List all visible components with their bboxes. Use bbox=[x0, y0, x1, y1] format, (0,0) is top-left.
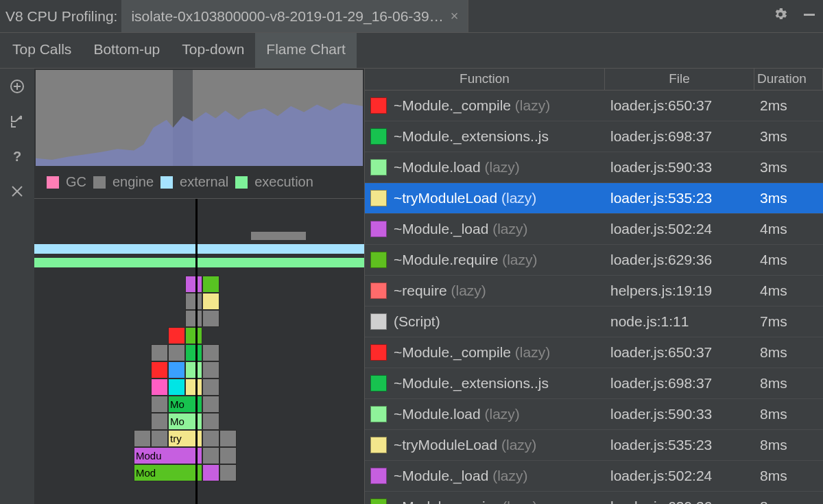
expand-tree-icon[interactable] bbox=[9, 113, 25, 133]
flame-cell[interactable] bbox=[202, 379, 219, 396]
flame-cell[interactable] bbox=[151, 430, 168, 447]
add-icon[interactable] bbox=[9, 78, 25, 98]
row-duration: 2ms bbox=[754, 97, 823, 114]
flame-strip[interactable] bbox=[34, 258, 364, 267]
flame-cell[interactable] bbox=[202, 430, 219, 447]
table-body: ~Module._compile (lazy)loader.js:650:372… bbox=[365, 91, 823, 504]
table-row[interactable]: ~Module.load (lazy)loader.js:590:333ms bbox=[365, 152, 823, 183]
row-function: ~require (lazy) bbox=[394, 283, 605, 299]
table-row[interactable]: ~Module._extensions..js loader.js:698:37… bbox=[365, 368, 823, 399]
flame-cell[interactable] bbox=[202, 396, 219, 413]
overview-legend: GCengineexternalexecution bbox=[34, 166, 364, 199]
flame-cell[interactable] bbox=[219, 447, 237, 464]
flame-playhead[interactable] bbox=[195, 199, 198, 504]
cpu-overview-chart[interactable] bbox=[36, 70, 363, 166]
call-table-pane: Function File Duration ~Module._compile … bbox=[365, 69, 823, 504]
row-swatch bbox=[370, 190, 387, 206]
flame-chart-pane: GCengineexternalexecution MoMotryModuMod bbox=[34, 69, 365, 504]
flame-cell[interactable] bbox=[185, 310, 202, 327]
table-row[interactable]: ~Module.require (lazy)loader.js:629:364m… bbox=[365, 245, 823, 276]
table-row[interactable]: ~require (lazy)helpers.js:19:194ms bbox=[365, 276, 823, 307]
flame-cell[interactable] bbox=[151, 344, 168, 361]
flame-cell[interactable] bbox=[151, 361, 168, 379]
flame-cell[interactable] bbox=[168, 327, 185, 344]
flame-cell[interactable] bbox=[185, 276, 202, 293]
flame-cell[interactable] bbox=[185, 344, 202, 361]
help-icon[interactable]: ? bbox=[9, 148, 25, 168]
flame-cell[interactable] bbox=[151, 379, 168, 396]
flame-cell[interactable] bbox=[168, 344, 185, 361]
legend-swatch-GC bbox=[47, 176, 59, 189]
table-row[interactable]: ~Module._extensions..js loader.js:698:37… bbox=[365, 121, 823, 152]
flame-cell[interactable] bbox=[202, 413, 219, 430]
close-tool-icon[interactable] bbox=[9, 183, 25, 203]
th-duration[interactable]: Duration bbox=[754, 69, 823, 90]
row-file: loader.js:502:24 bbox=[605, 468, 754, 484]
flame-cell[interactable] bbox=[151, 413, 168, 430]
legend-label-execution: execution bbox=[254, 174, 313, 190]
flame-strip[interactable] bbox=[34, 244, 364, 254]
row-duration: 4ms bbox=[754, 221, 823, 237]
row-swatch bbox=[370, 499, 387, 504]
flame-cell[interactable] bbox=[168, 361, 185, 379]
flame-cell[interactable] bbox=[219, 464, 237, 481]
close-icon[interactable]: × bbox=[451, 8, 459, 24]
table-header: Function File Duration bbox=[365, 69, 823, 91]
flame-cell[interactable] bbox=[219, 430, 237, 447]
flame-cell[interactable] bbox=[202, 361, 219, 379]
row-function: ~Module._extensions..js bbox=[394, 375, 605, 392]
flame-cell[interactable] bbox=[168, 379, 185, 396]
row-duration: 8ms bbox=[754, 499, 823, 504]
row-swatch bbox=[370, 128, 387, 145]
table-row[interactable]: ~tryModuleLoad (lazy)loader.js:535:233ms bbox=[365, 183, 823, 214]
table-row[interactable]: ~Module.require (lazy)loader.js:629:368m… bbox=[365, 492, 823, 504]
tab-flame-chart[interactable]: Flame Chart bbox=[255, 33, 357, 68]
flame-cell[interactable] bbox=[185, 361, 202, 379]
row-file: loader.js:698:37 bbox=[605, 128, 754, 145]
row-file: loader.js:590:33 bbox=[605, 159, 754, 176]
table-row[interactable]: ~Module._compile (lazy)loader.js:650:372… bbox=[365, 91, 823, 121]
table-row[interactable]: ~Module.load (lazy)loader.js:590:338ms bbox=[365, 399, 823, 430]
table-row[interactable]: ~Module._load (lazy)loader.js:502:248ms bbox=[365, 461, 823, 492]
table-row[interactable]: ~Module._load (lazy)loader.js:502:244ms bbox=[365, 214, 823, 245]
minimize-icon[interactable] bbox=[801, 6, 818, 26]
row-function: ~Module._load (lazy) bbox=[394, 468, 605, 484]
profiling-file-tab[interactable]: isolate-0x103800000-v8-2019-01-29_16-06-… bbox=[121, 0, 468, 32]
flame-cell[interactable] bbox=[134, 430, 151, 447]
row-swatch bbox=[370, 313, 387, 330]
flame-stack[interactable]: MoMotryModuMod bbox=[151, 276, 237, 481]
row-function: ~Module.load (lazy) bbox=[394, 159, 605, 176]
flame-cell[interactable] bbox=[185, 293, 202, 310]
row-file: loader.js:590:33 bbox=[605, 406, 754, 422]
row-file: node.js:1:11 bbox=[605, 313, 754, 330]
table-row[interactable]: (Script) node.js:1:117ms bbox=[365, 307, 823, 337]
table-row[interactable]: ~tryModuleLoad (lazy)loader.js:535:238ms bbox=[365, 430, 823, 461]
flame-cell[interactable] bbox=[202, 276, 219, 293]
row-duration: 8ms bbox=[754, 406, 823, 422]
flame-cell[interactable] bbox=[202, 310, 219, 327]
flame-cell[interactable] bbox=[151, 396, 168, 413]
tab-top-calls[interactable]: Top Calls bbox=[1, 33, 82, 68]
flame-cell[interactable] bbox=[185, 379, 202, 396]
flame-cell[interactable] bbox=[185, 327, 202, 344]
th-file[interactable]: File bbox=[605, 69, 754, 90]
tab-top-down[interactable]: Top-down bbox=[171, 33, 255, 68]
flame-cell[interactable] bbox=[202, 464, 219, 481]
row-duration: 4ms bbox=[754, 283, 823, 299]
flame-cell[interactable]: Modu bbox=[134, 447, 202, 464]
flame-area[interactable]: MoMotryModuMod bbox=[34, 199, 364, 504]
row-swatch bbox=[370, 283, 387, 299]
flame-minimap-marker[interactable] bbox=[251, 232, 306, 240]
row-function: ~Module.require (lazy) bbox=[394, 499, 605, 504]
gear-icon[interactable] bbox=[772, 6, 789, 26]
row-swatch bbox=[370, 437, 387, 453]
th-function[interactable]: Function bbox=[365, 69, 605, 90]
flame-cell[interactable] bbox=[202, 344, 219, 361]
row-function: ~Module._extensions..js bbox=[394, 128, 605, 145]
tab-bottom-up[interactable]: Bottom-up bbox=[82, 33, 171, 68]
flame-cell[interactable] bbox=[202, 293, 219, 310]
table-row[interactable]: ~Module._compile (lazy)loader.js:650:378… bbox=[365, 337, 823, 368]
row-duration: 3ms bbox=[754, 159, 823, 176]
flame-cell[interactable] bbox=[202, 447, 219, 464]
flame-cell[interactable]: Mod bbox=[134, 464, 202, 481]
